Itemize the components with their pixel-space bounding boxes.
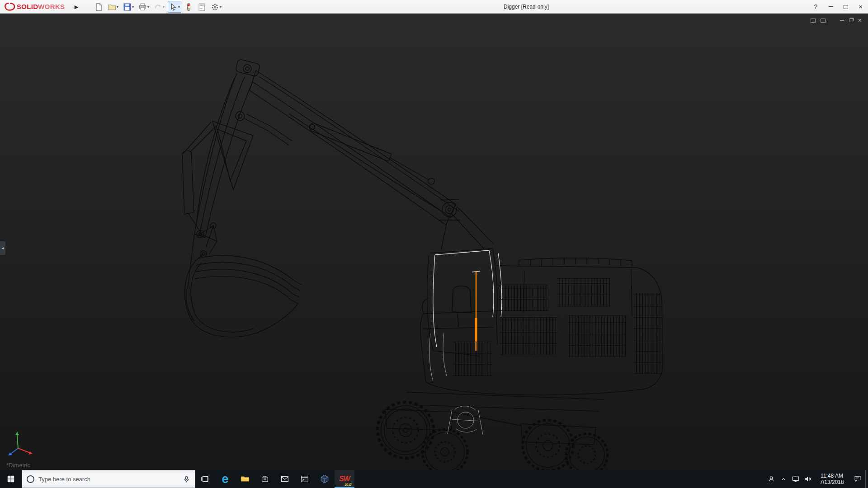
taskbar-search[interactable] (22, 470, 195, 488)
undo-button[interactable]: ▾ (152, 1, 166, 13)
file-properties-icon (198, 3, 206, 11)
save-button[interactable]: ▾ (122, 1, 135, 13)
titlebar: SOLIDWORKS ▶ ▾ ▾ (0, 0, 868, 14)
volume-icon (803, 474, 812, 483)
solidworks-icon: SW (339, 475, 350, 483)
chevron-down-icon[interactable]: ▾ (117, 5, 118, 9)
document-window-controls: × (811, 18, 862, 23)
chevron-down-icon[interactable]: ▾ (178, 5, 180, 9)
show-desktop-button[interactable] (865, 470, 868, 488)
orientation-triad[interactable] (5, 429, 37, 460)
collapsed-panel-tab[interactable]: ◄ (0, 241, 5, 255)
chevron-down-icon[interactable]: ▾ (220, 5, 222, 9)
view-orientation-label: *Dimetric (6, 462, 30, 469)
taskbar-edrawings-button[interactable] (315, 470, 335, 488)
mail-icon (280, 474, 290, 484)
file-explorer-icon (240, 474, 250, 484)
maximize-button[interactable] (838, 0, 853, 14)
cortana-circle-icon (27, 475, 34, 483)
menu-expand-button[interactable]: ▶ (72, 0, 80, 14)
doc-window-icon[interactable] (821, 19, 826, 23)
search-input[interactable] (38, 476, 179, 483)
undo-arrow-icon (154, 3, 162, 11)
clock-time: 11:48 AM (821, 473, 843, 479)
chevron-down-icon[interactable]: ▾ (147, 5, 149, 9)
task-view-button[interactable] (195, 470, 215, 488)
help-icon: ? (814, 3, 818, 10)
close-button[interactable]: × (853, 0, 868, 14)
taskbar-solidworks-button[interactable]: SW 2017 (335, 470, 354, 488)
store-icon (260, 474, 270, 484)
volume-button[interactable] (802, 470, 814, 488)
x-axis-arrow-icon (28, 451, 33, 455)
taskbar-edge-button[interactable]: e (215, 470, 235, 488)
open-button[interactable]: ▾ (106, 1, 120, 13)
logo-text: SOLIDWORKS (17, 3, 65, 11)
start-button[interactable] (0, 470, 22, 488)
solidworks-window: SOLIDWORKS ▶ ▾ ▾ (0, 0, 868, 488)
maximize-icon (844, 5, 848, 9)
system-tray: 11:48 AM 7/13/2018 (765, 470, 868, 488)
doc-restore-icon[interactable] (849, 19, 853, 22)
save-floppy-icon (123, 3, 132, 11)
new-document-button[interactable] (93, 1, 104, 13)
action-center-button[interactable] (850, 470, 865, 488)
file-properties-button[interactable] (196, 1, 208, 13)
microphone-icon[interactable] (183, 475, 190, 483)
select-cursor-icon (169, 3, 178, 11)
doc-window-icon[interactable] (811, 19, 816, 23)
doc-minimize-icon[interactable] (840, 20, 844, 21)
chevron-up-icon (779, 475, 788, 483)
window-controls: ? × (808, 0, 868, 14)
chevron-down-icon[interactable]: ▾ (132, 5, 134, 9)
minimize-button[interactable] (823, 0, 838, 14)
edge-icon: e (222, 473, 228, 485)
graphics-viewport[interactable] (0, 14, 868, 470)
network-button[interactable] (789, 470, 802, 488)
print-button[interactable]: ▾ (137, 1, 151, 13)
minimize-icon (829, 6, 833, 7)
help-button[interactable]: ? (808, 0, 823, 14)
rebuild-traffic-light-icon (184, 3, 193, 11)
taskbar-mail-button[interactable] (275, 470, 295, 488)
close-icon: × (859, 3, 862, 10)
network-icon (791, 474, 800, 483)
doc-close-icon[interactable]: × (858, 18, 862, 23)
edrawings-cube-icon (320, 474, 330, 484)
taskbar-console-button[interactable] (295, 470, 315, 488)
taskbar-clock[interactable]: 11:48 AM 7/13/2018 (814, 470, 850, 488)
windows-logo-icon (7, 475, 15, 483)
quick-access-toolbar: ▾ ▾ ▾ ▾ (93, 0, 223, 14)
taskbar: e (0, 470, 868, 488)
solidworks-year-label: 2017 (344, 483, 352, 486)
hidden-icons-button[interactable] (777, 470, 789, 488)
rebuild-button[interactable] (183, 1, 194, 13)
taskbar-file-explorer-button[interactable] (235, 470, 255, 488)
chevron-down-icon[interactable]: ▾ (163, 5, 165, 9)
people-icon (767, 474, 776, 483)
clock-date: 7/13/2018 (820, 479, 844, 485)
y-axis-arrow-icon (15, 432, 19, 435)
options-button[interactable]: ▾ (209, 1, 223, 13)
dassault-ds-icon (4, 2, 15, 12)
print-icon (138, 3, 147, 11)
console-window-icon (300, 474, 310, 484)
new-document-icon (94, 3, 103, 11)
solidworks-logo: SOLIDWORKS (4, 0, 65, 14)
options-gear-icon (211, 3, 219, 11)
taskbar-store-button[interactable] (255, 470, 275, 488)
select-tool-button[interactable]: ▾ (168, 1, 181, 13)
document-title: Digger [Read-only] (504, 0, 549, 14)
people-button[interactable] (765, 470, 777, 488)
menu-expand-icon: ▶ (75, 4, 78, 10)
action-center-icon (853, 474, 862, 483)
task-view-icon (200, 474, 210, 484)
open-folder-icon (108, 3, 116, 11)
chevron-left-icon: ◄ (1, 246, 5, 250)
